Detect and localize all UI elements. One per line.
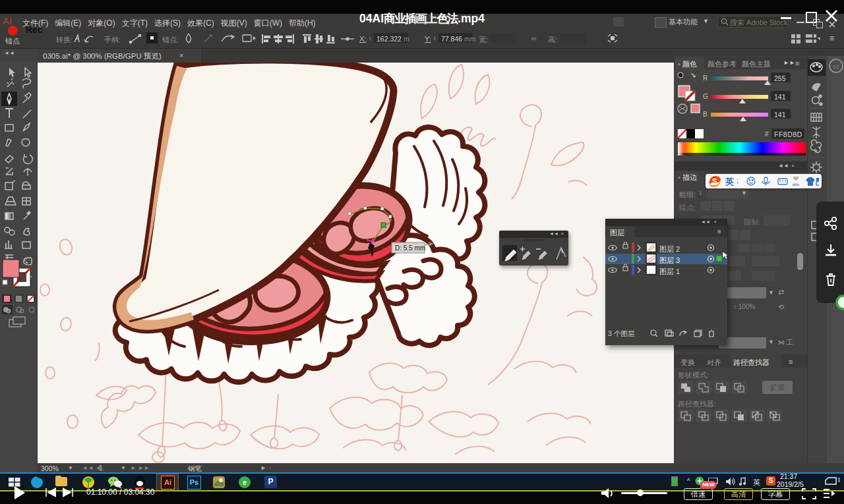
svg-text:cc: cc [833, 63, 840, 70]
svg-text:D: 5.5 mm: D: 5.5 mm [395, 244, 425, 252]
svg-text:e: e [243, 478, 247, 486]
svg-text:扩展: 扩展 [770, 383, 785, 391]
svg-text:S: S [712, 177, 717, 185]
svg-text:1: 1 [837, 476, 840, 483]
